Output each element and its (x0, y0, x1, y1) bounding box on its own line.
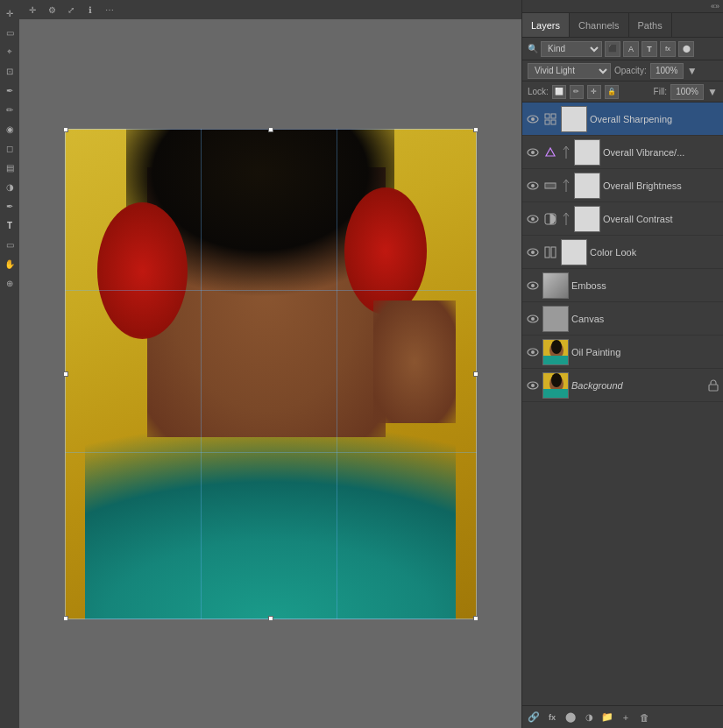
gradient-tool[interactable]: ▤ (2, 159, 18, 175)
handle-br[interactable] (473, 616, 478, 621)
layer-link-overall-vibrance (561, 145, 571, 159)
photo-container (65, 129, 477, 619)
filter-shape-btn[interactable]: fx (660, 41, 676, 57)
burn-tool[interactable]: ◑ (2, 179, 18, 194)
add-style-btn[interactable]: fx (544, 710, 560, 725)
layer-link-overall-contrast (561, 212, 571, 226)
toolbar-settings[interactable]: ⚙ (44, 2, 60, 18)
new-adj-layer-btn[interactable]: ◑ (581, 710, 597, 725)
lock-position-btn[interactable]: ✛ (587, 85, 601, 99)
add-mask-btn[interactable]: ⬤ (563, 710, 578, 725)
layer-item-color-look[interactable]: Color Look (522, 236, 723, 269)
layers-panel: «» Layers Channels Paths 🔍 Kind ⬛ A T fx… (521, 0, 723, 728)
text-tool[interactable]: T (2, 217, 18, 233)
crop-tool[interactable]: ⊡ (2, 63, 18, 79)
kind-dropdown[interactable]: Kind (541, 41, 602, 57)
svg-point-29 (531, 350, 535, 354)
shape-tool[interactable]: ▭ (2, 237, 18, 252)
svg-point-1 (531, 117, 535, 121)
layer-name-overall-sharpening: Overall Sharpening (590, 114, 719, 124)
new-layer-btn[interactable]: + (618, 710, 634, 725)
layer-thumb-oil-painting (542, 339, 569, 365)
lock-transparent-btn[interactable]: ⬜ (552, 85, 566, 99)
handle-bl[interactable] (63, 616, 68, 621)
toolbar-expand[interactable]: ⤢ (63, 2, 79, 18)
lock-image-btn[interactable]: ✏ (570, 85, 584, 99)
filter-type-btn[interactable]: T (641, 41, 657, 57)
handle-bc[interactable] (268, 616, 273, 621)
layer-item-background[interactable]: Background (522, 369, 723, 402)
layer-type-color-look (542, 244, 558, 260)
layer-thumb-canvas (542, 306, 569, 332)
filter-icon: 🔍 (528, 44, 538, 53)
layer-name-color-look: Color Look (590, 247, 719, 258)
layer-item-oil-painting[interactable]: Oil Painting (522, 336, 723, 369)
collapse-arrows[interactable]: «» (711, 2, 719, 11)
layer-lock-icon-background (707, 379, 719, 392)
toolbar-info[interactable]: ℹ (82, 2, 98, 18)
opacity-label: Opacity: (614, 66, 647, 75)
svg-point-10 (531, 184, 535, 187)
select-tool[interactable]: ▭ (2, 25, 18, 40)
eye-dropper[interactable]: ✒ (2, 82, 18, 98)
layer-eye-background[interactable] (526, 378, 540, 392)
hand-tool[interactable]: ✋ (2, 256, 18, 272)
delete-layer-btn[interactable]: 🗑 (636, 710, 652, 725)
lock-row: Lock: ⬜ ✏ ✛ 🔒 Fill: ▼ (522, 81, 723, 102)
layer-eye-overall-contrast[interactable] (526, 212, 540, 226)
svg-marker-8 (546, 148, 555, 156)
layer-eye-color-look[interactable] (526, 245, 540, 259)
toolbar-move-icon[interactable]: ✛ (25, 2, 40, 18)
svg-point-27 (531, 317, 535, 321)
opacity-arrow[interactable]: ▼ (687, 65, 698, 77)
lasso-tool[interactable]: ⌖ (2, 44, 18, 60)
layer-item-emboss[interactable]: Emboss (522, 269, 723, 302)
blend-mode-row: Vivid Light Opacity: ▼ (522, 60, 723, 81)
layer-item-overall-brightness[interactable]: Overall Brightness (522, 169, 723, 202)
handle-tl[interactable] (63, 127, 68, 132)
svg-rect-38 (543, 389, 569, 399)
handle-mr[interactable] (473, 371, 478, 377)
tab-paths[interactable]: Paths (629, 13, 672, 37)
opacity-input[interactable] (650, 63, 684, 79)
layer-eye-overall-sharpening[interactable] (526, 112, 540, 126)
filter-smart-btn[interactable]: ⬤ (678, 41, 694, 57)
handle-tc[interactable] (268, 127, 273, 132)
layer-item-overall-contrast[interactable]: Overall Contrast (522, 202, 723, 236)
brush-tool[interactable]: ✏ (2, 102, 18, 117)
layer-name-oil-painting: Oil Painting (571, 347, 719, 357)
move-tool[interactable]: ✛ (2, 5, 18, 21)
tab-layers[interactable]: Layers (522, 13, 570, 37)
toolbar-extra[interactable]: ⋯ (102, 2, 117, 18)
handle-ml[interactable] (63, 371, 68, 377)
fill-input[interactable] (670, 84, 704, 100)
eraser-tool[interactable]: ◻ (2, 140, 18, 156)
link-layers-btn[interactable]: 🔗 (526, 710, 542, 725)
layer-eye-emboss[interactable] (526, 279, 540, 293)
svg-rect-3 (551, 114, 556, 118)
zoom-tool[interactable]: ⊕ (2, 275, 18, 291)
layer-eye-overall-vibrance[interactable] (526, 145, 540, 159)
layer-eye-canvas[interactable] (526, 312, 540, 326)
svg-point-18 (531, 217, 535, 221)
svg-rect-32 (543, 356, 569, 365)
layer-item-overall-sharpening[interactable]: Overall Sharpening (522, 102, 723, 136)
layer-item-canvas[interactable]: Canvas (522, 302, 723, 336)
svg-rect-2 (545, 114, 549, 118)
svg-point-25 (531, 284, 535, 287)
layer-eye-oil-painting[interactable] (526, 345, 540, 359)
clone-tool[interactable]: ◉ (2, 121, 18, 137)
layer-eye-overall-brightness[interactable] (526, 179, 540, 193)
new-group-btn[interactable]: 📁 (599, 710, 615, 725)
tab-channels[interactable]: Channels (570, 13, 628, 37)
layer-item-overall-vibrance[interactable]: Overall Vibrance/... (522, 136, 723, 169)
fill-arrow[interactable]: ▼ (707, 86, 718, 98)
filter-pixel-btn[interactable]: ⬛ (605, 41, 620, 57)
handle-tr[interactable] (473, 127, 478, 132)
filter-adj-btn[interactable]: A (623, 41, 639, 57)
svg-rect-23 (551, 247, 556, 258)
canvas-area: ✛ ▭ ⌖ ⊡ ✒ ✏ ◉ ◻ ▤ ◑ ✒ T ▭ ✋ ⊕ ✛ ⚙ ⤢ ℹ ⋯ (0, 0, 521, 728)
lock-all-btn[interactable]: 🔒 (605, 85, 619, 99)
blend-mode-dropdown[interactable]: Vivid Light (528, 63, 611, 79)
pen-tool[interactable]: ✒ (2, 198, 18, 214)
